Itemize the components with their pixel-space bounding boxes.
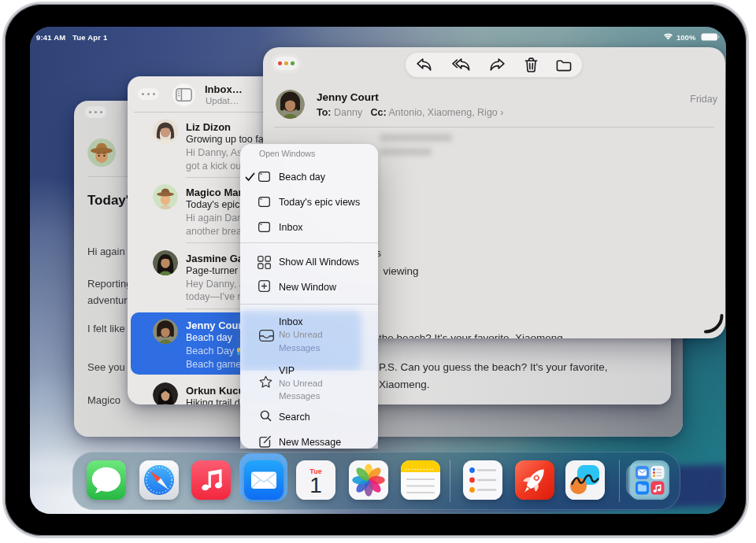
svg-text:1: 1 xyxy=(309,473,322,497)
